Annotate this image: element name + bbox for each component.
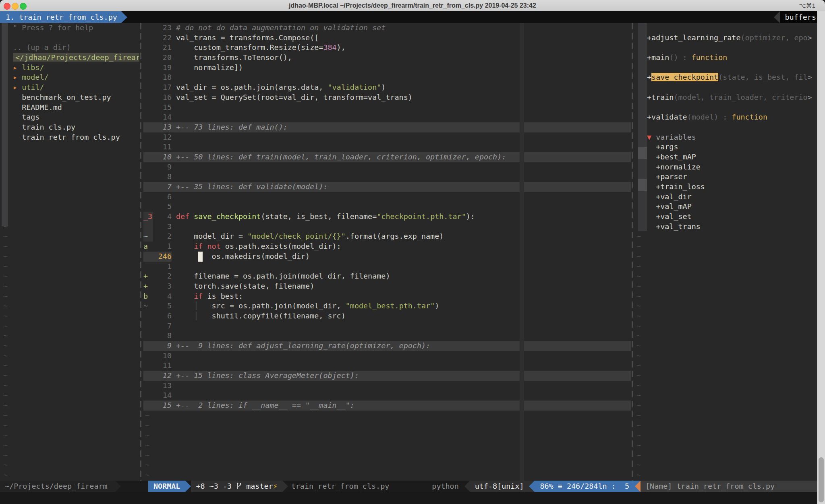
sign-column (143, 262, 153, 272)
tag-item[interactable]: +val_set (636, 212, 817, 222)
code-line[interactable]: 246 os.makedirs(model_dir) (143, 252, 631, 262)
powerline-separator (115, 481, 121, 492)
fold-line[interactable]: 15+-- 2 lines: if __name__ == "__main__"… (143, 401, 631, 411)
fold-line[interactable]: 9+-- 9 lines: def adjust_learning_rate(o… (143, 341, 631, 351)
sign-column (143, 252, 153, 262)
tag-item[interactable]: +validate(model) : function (636, 112, 817, 122)
tagbar-scrollbar-thumb[interactable] (638, 179, 647, 191)
line-number: 10 (153, 351, 172, 361)
line-number: 14 (153, 390, 172, 401)
titlebar: jdhao-MBP.local ~/Projects/deep_firearm/… (0, 0, 825, 12)
line-number: 21 (153, 43, 172, 53)
code-line[interactable]: +2 filename = os.path.join(model_dir, fi… (143, 271, 631, 281)
tag-item[interactable]: +parser (636, 172, 817, 182)
tab-current-buffer[interactable]: 1. train_retr_from_cls.py (0, 11, 121, 23)
code-line[interactable]: _34def save_checkpoint(state, is_best, f… (143, 212, 631, 222)
fold-line[interactable]: 10+-- 50 lines: def train(model, train_l… (143, 152, 631, 162)
code-line: 11 (143, 361, 631, 371)
code-line[interactable]: 20 transforms.ToTensor(), (143, 53, 631, 63)
fold-line[interactable]: 13+-- 73 lines: def main(): (143, 122, 631, 132)
tag-item[interactable]: +main() : function (636, 53, 817, 63)
tag-item[interactable]: +val_mAP (636, 202, 817, 212)
tagbar-scrollbar[interactable] (638, 23, 647, 231)
tree-item[interactable]: .. (up a dir) (0, 43, 139, 53)
tabline: 1. train_retr_from_cls.py buffers (0, 11, 825, 23)
tag-item (636, 63, 817, 73)
empty-buffer-line: ~ (636, 470, 817, 480)
line-number: 22 (153, 33, 172, 43)
code-line[interactable]: ~5 │ src = os.path.join(model_dir, "mode… (143, 301, 631, 311)
tree-item[interactable]: " Press ? for help (0, 23, 139, 33)
line-number: 6 (153, 192, 172, 202)
line-number: 12 (153, 132, 172, 143)
git-branch-icon (236, 481, 242, 492)
tag-item[interactable]: ▼ variables (636, 132, 817, 143)
nerdtree-scrollbar[interactable] (2, 23, 8, 226)
code-line[interactable]: 22val_trans = transforms.Compose([ (143, 33, 631, 43)
tag-item[interactable]: +val_dir (636, 192, 817, 202)
line-number: 4 (153, 212, 172, 222)
statusline-position: 86% ≡ 246/284ln : 5 (535, 481, 635, 492)
sign-column (143, 172, 153, 182)
empty-buffer-line: ~ (0, 291, 139, 302)
tree-item[interactable]: README.md (0, 103, 139, 113)
code-line[interactable]: 23# do not do data augmentation on valid… (143, 23, 631, 33)
code-line: 12 (143, 132, 631, 143)
empty-buffer-line: ~ (0, 390, 139, 401)
code-editor-window[interactable]: 23# do not do data augmentation on valid… (143, 23, 631, 481)
empty-buffer-line: ~ (636, 381, 817, 391)
empty-buffer-line: ~ (0, 331, 139, 341)
code-line[interactable]: ~2 model_dir = "model/check_point/{}".fo… (143, 231, 631, 242)
tree-item[interactable]: ▸ libs/ (0, 63, 139, 73)
tree-item[interactable]: benchmark_on_test.py (0, 93, 139, 103)
code-line[interactable]: 19 normalize]) (143, 63, 631, 73)
empty-buffer-line: ~ (636, 321, 817, 331)
tree-item[interactable]: ▸ model/ (0, 72, 139, 83)
code-line[interactable]: 21 custom_transform.Resize(size=384), (143, 43, 631, 53)
sign-column (143, 222, 153, 232)
code-line[interactable]: +3 torch.save(state, filename) (143, 281, 631, 291)
sign-column (143, 361, 153, 371)
tag-item[interactable]: +val_trans (636, 222, 817, 232)
sign-column (143, 331, 153, 341)
window-scrollbar-thumb[interactable] (819, 457, 824, 502)
tag-item[interactable]: +save_checkpoint(state, is_best, fil> (636, 72, 817, 83)
tag-item[interactable]: +normalize (636, 162, 817, 172)
tag-item[interactable]: +best_mAP (636, 152, 817, 162)
empty-buffer-line: ~ (0, 440, 139, 450)
tag-item[interactable]: +train(model, train_loader, criterio> (636, 93, 817, 103)
code-line[interactable]: 16val_set = QuerySet(root=val_dir, trans… (143, 93, 631, 103)
tree-item[interactable]: </jdhao/Projects/deep_firear> (0, 53, 139, 63)
powerline-separator (529, 481, 535, 492)
tag-item[interactable]: +args (636, 142, 817, 152)
tree-item[interactable]: train_retr_from_cls.py (0, 132, 139, 143)
code-line[interactable]: 17val_dir = os.path.join(args.data, "val… (143, 83, 631, 93)
fold-line[interactable]: 7+-- 35 lines: def validate(model): (143, 182, 631, 192)
tree-item[interactable]: train_cls.py (0, 122, 139, 132)
tag-item[interactable]: +adjust_learning_rate(optimizer, epo> (636, 33, 817, 43)
code-line[interactable]: b4 if is_best: (143, 291, 631, 302)
code-line[interactable]: 6 │ shutil.copyfile(filename, src) (143, 311, 631, 321)
tree-item[interactable]: ▸ util/ (0, 83, 139, 93)
sign-column (143, 202, 153, 212)
empty-buffer-line: ~ (0, 271, 139, 281)
empty-buffer-line: ~ (636, 281, 817, 291)
code-line[interactable]: a1 if not os.path.exists(model_dir): (143, 242, 631, 252)
empty-buffer-line: ~ (0, 231, 139, 242)
tag-item[interactable]: +train_loss (636, 182, 817, 192)
window-separator-right[interactable] (632, 23, 633, 481)
line-number: 13 (153, 122, 172, 132)
empty-buffer-line: ~ (0, 371, 139, 381)
tree-item[interactable]: tags (0, 112, 139, 122)
sign-column: _3 (143, 212, 153, 222)
sign-column (143, 63, 153, 73)
line-number: 15 (153, 103, 172, 113)
line-number: 11 (153, 142, 172, 152)
window-separator-left[interactable] (140, 23, 141, 481)
sign-column (143, 122, 153, 132)
window-scrollbar[interactable] (817, 11, 825, 504)
fold-line[interactable]: 12+-- 15 lines: class AverageMeter(objec… (143, 371, 631, 381)
line-number: 12 (153, 371, 172, 381)
empty-buffer-line: ~ (636, 271, 817, 281)
tagbar-scrollbar-thumb[interactable] (638, 147, 647, 159)
